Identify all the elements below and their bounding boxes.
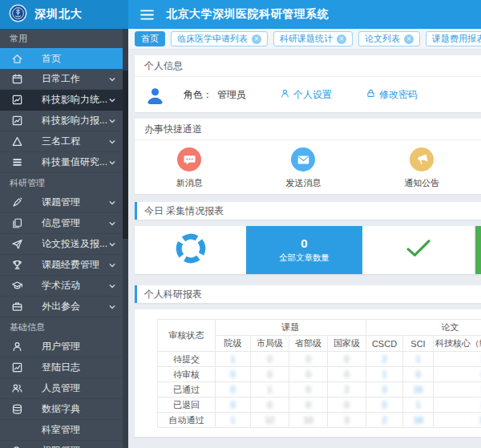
cell-value-blurred[interactable]: 0: [305, 400, 310, 410]
sidebar-item[interactable]: 科技影响力报...: [0, 111, 128, 131]
avatar[interactable]: [144, 84, 166, 106]
table-cell: 0: [403, 367, 434, 382]
personal-link[interactable]: 修改密码: [366, 88, 418, 102]
table-column-header: 省部级: [289, 336, 328, 352]
database-icon: [11, 403, 24, 416]
content-area: 个人信息 角色：管理员 个人设置修改密码 办事快捷通道 新消息发送消息通知公告 …: [128, 50, 481, 447]
quick-channel[interactable]: 发送消息: [285, 147, 321, 189]
magnifier-icon: [11, 445, 24, 448]
cell-value-blurred[interactable]: 0: [344, 354, 349, 364]
sidebar-item[interactable]: 登陆日志: [0, 357, 128, 378]
table-cell: 3: [366, 382, 403, 398]
sidebar-item[interactable]: 科室管理: [0, 420, 128, 441]
sidebar-item[interactable]: 外出参会: [0, 297, 128, 317]
tab[interactable]: 科研课题统计×: [273, 31, 353, 46]
cell-value-blurred[interactable]: 1: [230, 354, 235, 364]
table-cell: 1: [251, 382, 289, 398]
table-row: 已退回0000012: [158, 398, 481, 413]
cell-value-blurred[interactable]: 0: [415, 369, 420, 379]
tab-close-icon[interactable]: ×: [252, 34, 261, 44]
documents-icon: [11, 217, 24, 230]
collect-box-total-articles[interactable]: 0 全部文章数量: [246, 226, 362, 274]
tab[interactable]: 课题费用报表×: [426, 31, 481, 46]
table-cell: 0: [289, 398, 328, 413]
chevron-down-icon: [108, 261, 116, 269]
sidebar-item[interactable]: 权限管理: [0, 441, 128, 448]
tab[interactable]: 论文列表×: [358, 31, 420, 46]
link-label: 修改密码: [379, 88, 418, 102]
sidebar-item[interactable]: 课题经费管理: [0, 255, 128, 276]
hospital-logo-icon: [9, 4, 27, 26]
sidebar-item[interactable]: 三名工程: [0, 131, 128, 152]
cell-value-blurred[interactable]: 0: [305, 369, 310, 379]
collect-box-next-partial: [475, 226, 481, 274]
cell-value-blurred[interactable]: 0: [305, 385, 310, 394]
collect-box-success[interactable]: [362, 226, 474, 274]
channel-circle: [177, 147, 201, 172]
sidebar-item[interactable]: 科技量值研究...: [0, 152, 128, 173]
table-row: 待提交1000213: [158, 352, 481, 367]
cell-value-blurred[interactable]: 0: [344, 369, 349, 379]
table-cell: 0: [216, 382, 251, 398]
sidebar-item[interactable]: 论文投送及报...: [0, 234, 128, 255]
sidebar-item[interactable]: 首页: [0, 48, 128, 69]
collect-box-loading[interactable]: [135, 226, 246, 274]
cell-value-blurred[interactable]: 3: [382, 385, 386, 394]
sidebar-item[interactable]: 课题管理: [0, 192, 128, 213]
cell-value-blurred[interactable]: 1: [415, 354, 420, 364]
cell-value-blurred[interactable]: 2: [382, 354, 386, 364]
sidebar-item[interactable]: 日常工作: [0, 69, 128, 90]
sidebar-item[interactable]: 人员管理: [0, 378, 128, 399]
cell-value-blurred[interactable]: 0: [267, 400, 272, 410]
cell-value-blurred[interactable]: 0: [267, 354, 272, 364]
tab-label: 论文列表: [365, 33, 400, 45]
cell-value-blurred[interactable]: 10: [303, 415, 313, 425]
sidebar-item-label: 日常工作: [42, 72, 108, 86]
sidebar-item[interactable]: 科技影响力统...: [0, 90, 128, 111]
tab-close-icon[interactable]: ×: [337, 34, 346, 44]
quick-channel[interactable]: 新消息: [176, 147, 203, 189]
cell-value-blurred[interactable]: 0: [344, 400, 349, 410]
cell-value-blurred[interactable]: 0: [305, 354, 310, 364]
cell-value-blurred[interactable]: 0: [230, 369, 235, 379]
cell-value-blurred[interactable]: 2: [382, 415, 386, 425]
cell-value-blurred[interactable]: 12: [265, 415, 274, 425]
personal-info-body: 角色：管理员 个人设置修改密码: [135, 77, 481, 112]
cell-value-blurred[interactable]: 0: [230, 385, 235, 394]
sidebar-item[interactable]: 用户管理: [0, 337, 128, 357]
quick-channels-card: 办事快捷通道 新消息发送消息通知公告: [135, 119, 481, 194]
quick-channel[interactable]: 通知公告: [404, 147, 439, 189]
sidebar-item[interactable]: 学术活动: [0, 276, 128, 297]
table-cell: 18: [403, 413, 434, 428]
cell-value-blurred[interactable]: 1: [230, 415, 235, 425]
menu-toggle-icon[interactable]: [140, 10, 154, 20]
sidebar-scrollbar[interactable]: [123, 29, 128, 448]
channel-label: 通知公告: [404, 177, 439, 189]
collect-report-title: 今日 采集情况报表: [144, 205, 224, 216]
table-cell: 0: [366, 398, 403, 413]
personal-info-card: 个人信息 角色：管理员 个人设置修改密码: [135, 55, 481, 112]
sidebar-item[interactable]: 数据字典: [0, 399, 128, 420]
cell-value-blurred[interactable]: 0: [267, 369, 272, 379]
table-column-header: 院级: [216, 336, 251, 352]
row-label: 自动通过: [158, 413, 216, 428]
cell-value-blurred[interactable]: 18: [413, 415, 422, 425]
cell-value-blurred[interactable]: 1: [382, 369, 386, 379]
cell-value-blurred[interactable]: 16: [413, 385, 422, 394]
sidebar-item[interactable]: 信息管理: [0, 213, 128, 234]
cell-value-blurred[interactable]: 0: [230, 400, 235, 410]
table-column-header: 国家级: [328, 336, 366, 352]
cell-value-blurred[interactable]: 1: [267, 385, 272, 394]
cell-value-blurred[interactable]: 2: [344, 385, 349, 394]
cell-value-blurred[interactable]: 3: [344, 415, 349, 425]
tab[interactable]: 首页: [135, 31, 165, 46]
cell-value-blurred[interactable]: 1: [415, 400, 420, 410]
tab-close-icon[interactable]: ×: [404, 34, 414, 44]
scrollbar-thumb[interactable]: [123, 71, 128, 239]
table-column-header: SCI: [403, 336, 434, 352]
cell-value-blurred[interactable]: 0: [382, 400, 386, 410]
tab[interactable]: 临床医学申请列表×: [171, 31, 268, 46]
triangle-icon: [11, 135, 24, 148]
personal-link[interactable]: 个人设置: [280, 88, 332, 102]
table-cell: 0: [216, 367, 251, 382]
